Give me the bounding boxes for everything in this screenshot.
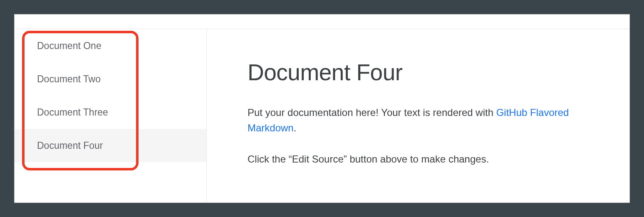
window-topbar — [15, 15, 629, 29]
sidebar-item-document-two[interactable]: Document Two — [15, 62, 206, 96]
main-panel: Document Four Put your documentation her… — [207, 29, 629, 202]
sidebar-item-document-one[interactable]: Document One — [15, 29, 206, 62]
content-area: Document One Document Two Document Three… — [15, 29, 629, 202]
document-paragraph-2: Click the “Edit Source” button above to … — [248, 151, 589, 167]
sidebar-item-label: Document One — [37, 40, 102, 52]
paragraph-text: . — [294, 122, 297, 133]
sidebar-item-document-four[interactable]: Document Four — [15, 129, 206, 162]
sidebar-item-label: Document Four — [37, 140, 103, 151]
paragraph-text: Put your documentation here! Your text i… — [248, 107, 496, 118]
document-title: Document Four — [248, 59, 589, 86]
app-window: Document One Document Two Document Three… — [14, 14, 630, 203]
sidebar-item-label: Document Two — [37, 74, 101, 85]
sidebar-item-label: Document Three — [37, 107, 108, 118]
sidebar-item-document-three[interactable]: Document Three — [15, 96, 206, 129]
document-paragraph-1: Put your documentation here! Your text i… — [248, 105, 589, 136]
sidebar: Document One Document Two Document Three… — [15, 29, 207, 202]
